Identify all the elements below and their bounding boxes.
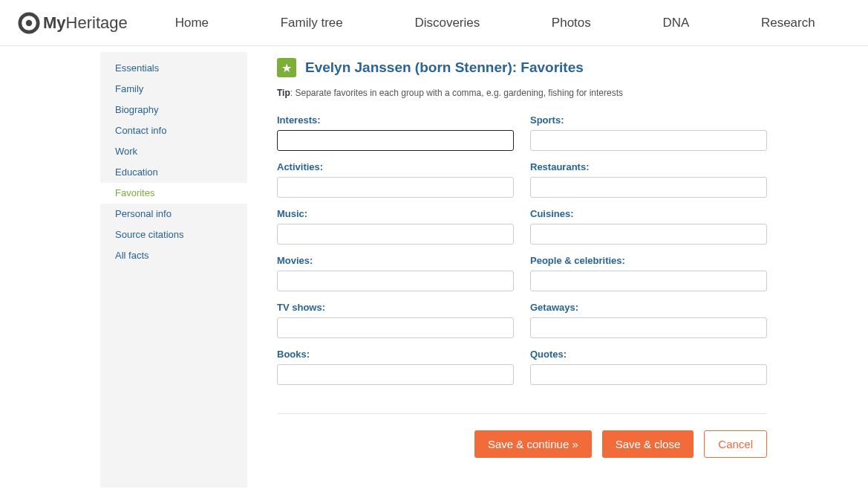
sidebar-item-contact[interactable]: Contact info (100, 120, 247, 141)
label-sports: Sports: (530, 114, 767, 126)
logo-text: MyHeritage (43, 13, 128, 33)
sidebar-item-sources[interactable]: Source citations (100, 224, 247, 245)
tip-text: Tip: Separate favorites in each group wi… (277, 88, 767, 98)
sidebar-item-family[interactable]: Family (100, 79, 247, 100)
input-quotes[interactable] (530, 364, 767, 385)
input-movies[interactable] (277, 271, 514, 291)
cancel-button[interactable]: Cancel (704, 430, 767, 458)
label-books: Books: (277, 349, 514, 360)
nav-photos[interactable]: Photos (549, 10, 594, 36)
label-getaways: Getaways: (530, 302, 767, 313)
top-header: MyHeritage Home Family tree Discoveries … (0, 0, 868, 46)
input-getaways[interactable] (530, 317, 767, 338)
sidebar-item-personal[interactable]: Personal info (100, 204, 247, 224)
save-close-button[interactable]: Save & close (602, 430, 694, 458)
svg-point-1 (26, 19, 32, 25)
input-activities[interactable] (277, 177, 514, 198)
input-cuisines[interactable] (530, 224, 767, 245)
sidebar-item-essentials[interactable]: Essentials (100, 58, 247, 79)
page-title: Evelyn Janssen (born Stenner): Favorites (305, 59, 584, 76)
label-restaurants: Restaurants: (530, 161, 767, 172)
nav-family-tree[interactable]: Family tree (278, 10, 346, 36)
label-quotes: Quotes: (530, 349, 767, 360)
input-restaurants[interactable] (530, 177, 767, 198)
label-cuisines: Cuisines: (530, 208, 767, 219)
nav-research[interactable]: Research (758, 10, 818, 36)
star-icon: ★ (277, 58, 296, 77)
label-movies: Movies: (277, 255, 514, 266)
label-people: People & celebrities: (530, 255, 767, 266)
input-music[interactable] (277, 224, 514, 245)
input-people[interactable] (530, 271, 767, 291)
nav-discoveries[interactable]: Discoveries (411, 10, 483, 36)
sidebar-item-favorites[interactable]: Favorites (100, 183, 247, 204)
save-continue-button[interactable]: Save & continue » (474, 430, 592, 458)
label-activities: Activities: (277, 161, 514, 172)
footer-buttons: Save & continue » Save & close Cancel (277, 413, 767, 458)
main-nav: Home Family tree Discoveries Photos DNA … (172, 10, 818, 36)
input-sports[interactable] (530, 130, 767, 151)
logo-icon (18, 12, 40, 34)
nav-dna[interactable]: DNA (659, 10, 692, 36)
label-interests: Interests: (277, 114, 514, 126)
input-interests[interactable] (277, 130, 514, 151)
logo[interactable]: MyHeritage (18, 12, 128, 34)
main-content: ★ Evelyn Janssen (born Stenner): Favorit… (247, 52, 812, 488)
sidebar-item-allfacts[interactable]: All facts (100, 245, 247, 266)
sidebar-item-work[interactable]: Work (100, 141, 247, 162)
input-tvshows[interactable] (277, 317, 514, 338)
nav-home[interactable]: Home (172, 10, 212, 36)
sidebar: Essentials Family Biography Contact info… (100, 52, 247, 488)
sidebar-item-education[interactable]: Education (100, 162, 247, 183)
input-books[interactable] (277, 364, 514, 385)
label-music: Music: (277, 208, 514, 219)
sidebar-item-biography[interactable]: Biography (100, 100, 247, 120)
label-tvshows: TV shows: (277, 302, 514, 313)
